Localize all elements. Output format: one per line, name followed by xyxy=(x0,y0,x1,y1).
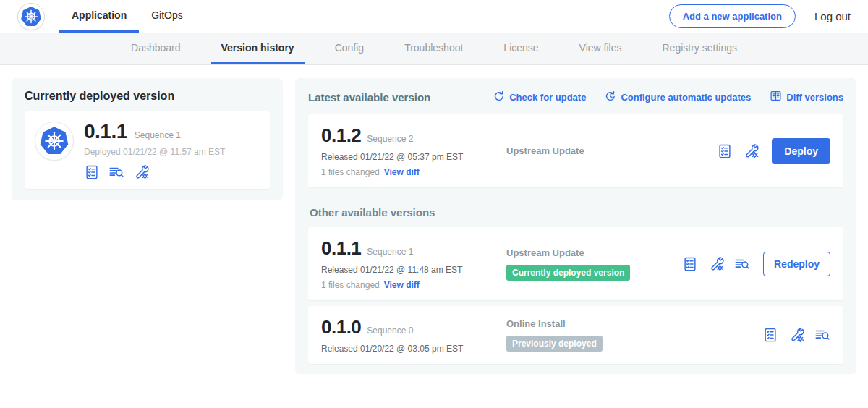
top-tab-application-label: Application xyxy=(72,9,127,21)
deployed-version-number: 0.1.1 xyxy=(84,120,127,143)
tab-troubleshoot[interactable]: Troubleshoot xyxy=(394,33,473,64)
version-source-label: Upstream Update xyxy=(506,145,717,156)
tab-config[interactable]: Config xyxy=(325,33,374,64)
edit-config-icon[interactable] xyxy=(133,164,149,180)
currently-deployed-title: Currently deployed version xyxy=(25,90,270,103)
tab-version-history-label: Version history xyxy=(221,42,294,54)
top-nav-right: Add a new application Log out xyxy=(669,0,851,33)
files-changed-label: 1 files changed xyxy=(321,167,380,177)
view-diff-link[interactable]: View diff xyxy=(384,167,420,177)
release-notes-icon[interactable] xyxy=(84,164,100,180)
kubernetes-logo xyxy=(17,3,45,30)
redeploy-button[interactable]: Redeploy xyxy=(763,252,830,276)
tab-troubleshoot-label: Troubleshoot xyxy=(404,42,463,54)
tab-registry-settings[interactable]: Registry settings xyxy=(652,33,747,64)
add-application-button[interactable]: Add a new application xyxy=(669,4,796,28)
released-timestamp: Released 01/21/22 @ 05:37 pm EST xyxy=(321,152,503,162)
auto-update-icon xyxy=(605,90,616,104)
top-tab-gitops-label: GitOps xyxy=(151,9,183,21)
deployed-version-info: 0.1.1 Sequence 1 Deployed 01/21/22 @ 11:… xyxy=(84,120,225,180)
release-notes-icon[interactable] xyxy=(717,143,733,159)
tab-view-files[interactable]: View files xyxy=(569,33,632,64)
deployed-sequence-label: Sequence 1 xyxy=(135,130,181,140)
view-diff-link[interactable]: View diff xyxy=(384,280,420,290)
files-changed-label: 1 files changed xyxy=(321,280,380,290)
edit-config-icon[interactable] xyxy=(743,143,759,159)
top-tab-application[interactable]: Application xyxy=(59,0,139,33)
check-for-update-label: Check for update xyxy=(509,92,586,103)
currently-deployed-panel: Currently deployed version 0.1.1 Sequenc… xyxy=(12,78,283,200)
deployed-timestamp: Deployed 01/21/22 @ 11:57 am EST xyxy=(84,147,225,157)
release-notes-icon[interactable] xyxy=(682,256,698,272)
tab-license[interactable]: License xyxy=(493,33,548,64)
sequence-label: Sequence 2 xyxy=(367,134,413,144)
tab-config-label: Config xyxy=(335,42,364,54)
version-number: 0.1.2 xyxy=(321,124,361,147)
previously-deployed-badge: Previously deployed xyxy=(506,336,603,352)
tab-registry-settings-label: Registry settings xyxy=(663,42,737,54)
sequence-label: Sequence 1 xyxy=(367,247,413,257)
currently-deployed-card: 0.1.1 Sequence 1 Deployed 01/21/22 @ 11:… xyxy=(25,111,270,189)
top-tab-gitops[interactable]: GitOps xyxy=(139,0,195,33)
edit-config-icon[interactable] xyxy=(788,327,804,343)
version-source-label: Online Install xyxy=(506,318,762,329)
version-number: 0.1.0 xyxy=(321,316,361,339)
edit-config-icon[interactable] xyxy=(708,256,724,272)
configure-automatic-updates-label: Configure automatic updates xyxy=(621,92,751,103)
view-logs-icon[interactable] xyxy=(814,327,830,343)
tab-version-history[interactable]: Version history xyxy=(211,33,305,64)
release-notes-icon[interactable] xyxy=(762,327,778,343)
version-actions: Check for update Configure automatic upd… xyxy=(493,90,843,104)
sequence-label: Sequence 0 xyxy=(367,326,413,336)
available-versions-panel: Latest available version Check for updat… xyxy=(295,78,856,374)
tab-dashboard-label: Dashboard xyxy=(131,42,181,54)
deploy-button[interactable]: Deploy xyxy=(772,138,830,164)
refresh-icon xyxy=(493,90,505,104)
version-number: 0.1.1 xyxy=(321,237,361,260)
latest-available-title: Latest available version xyxy=(308,91,430,103)
diff-icon xyxy=(770,90,782,104)
top-nav: Application GitOps Add a new application… xyxy=(0,0,868,33)
tab-license-label: License xyxy=(503,42,538,54)
version-card-0-1-2: 0.1.2 Sequence 2 Released 01/21/22 @ 05:… xyxy=(308,114,843,187)
version-card-0-1-0: 0.1.0 Sequence 0 Released 01/20/22 @ 03:… xyxy=(308,306,843,364)
other-available-versions-title: Other available versions xyxy=(310,206,843,218)
app-kubernetes-icon xyxy=(35,122,74,161)
released-timestamp: Released 01/21/22 @ 11:48 am EST xyxy=(321,265,503,275)
view-logs-icon[interactable] xyxy=(734,256,750,272)
configure-automatic-updates-link[interactable]: Configure automatic updates xyxy=(605,90,751,104)
view-logs-icon[interactable] xyxy=(109,164,124,180)
logout-link[interactable]: Log out xyxy=(814,10,851,22)
tab-view-files-label: View files xyxy=(579,42,622,54)
check-for-update-link[interactable]: Check for update xyxy=(493,90,586,104)
currently-deployed-badge: Currently deployed version xyxy=(506,265,630,281)
tab-dashboard[interactable]: Dashboard xyxy=(121,33,191,64)
version-card-0-1-1: 0.1.1 Sequence 1 Released 01/21/22 @ 11:… xyxy=(308,227,843,300)
released-timestamp: Released 01/20/22 @ 03:05 pm EST xyxy=(321,344,503,354)
diff-versions-link[interactable]: Diff versions xyxy=(770,90,843,104)
app-sub-nav: Dashboard Version history Config Trouble… xyxy=(0,33,868,65)
diff-versions-label: Diff versions xyxy=(786,92,843,103)
version-source-label: Upstream Update xyxy=(506,247,682,258)
main-content: Currently deployed version 0.1.1 Sequenc… xyxy=(0,65,868,387)
